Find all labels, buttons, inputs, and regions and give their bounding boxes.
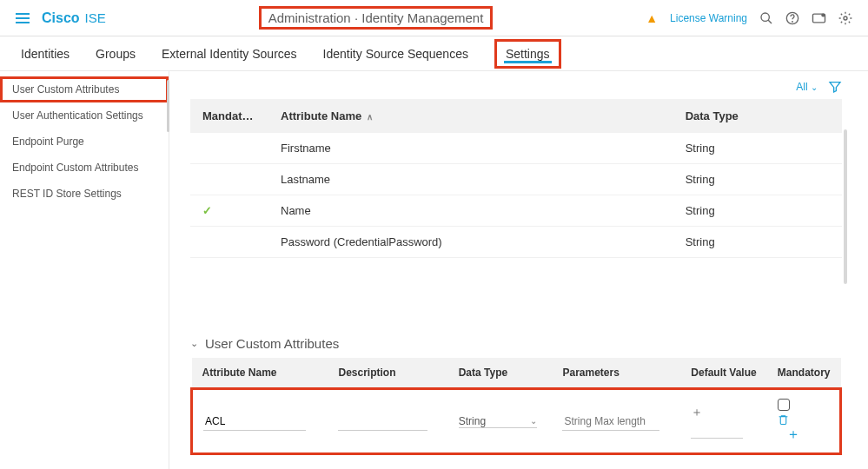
attr-name-cell: Password (CredentialPassword) <box>268 227 673 258</box>
attr-type-cell: String <box>673 133 842 164</box>
chevron-down-icon: ⌄ <box>190 338 198 349</box>
svg-point-3 <box>792 21 793 22</box>
attr-name-cell: Name <box>268 195 673 227</box>
tab-identities[interactable]: Identities <box>21 38 70 69</box>
attribute-name-input[interactable] <box>203 413 306 431</box>
plus-icon[interactable]: ＋ <box>691 405 703 419</box>
attr-name-cell: Lastname <box>268 164 673 195</box>
tab-settings[interactable]: Settings <box>494 39 561 69</box>
warning-icon: ▲ <box>646 11 658 25</box>
col-default-value: Default Value <box>680 358 766 389</box>
section-title: User Custom Attributes <box>205 336 339 351</box>
tab-groups[interactable]: Groups <box>96 38 136 69</box>
add-row-icon[interactable]: ＋ <box>786 426 800 441</box>
col-data-type: Data Type <box>448 358 553 389</box>
description-input[interactable] <box>338 413 427 431</box>
default-value-input[interactable] <box>691 420 743 439</box>
col-mandatory: Mandatory <box>767 358 841 389</box>
col-attr-name-label: Attribute Name <box>281 109 361 122</box>
attr-type-cell: String <box>673 164 842 195</box>
parameters-input[interactable] <box>562 413 659 431</box>
sidebar-item-user-custom-attributes[interactable]: User Custom Attributes <box>0 76 169 102</box>
search-icon[interactable] <box>759 11 773 25</box>
sidebar-item-endpoint-purge[interactable]: Endpoint Purge <box>0 129 169 155</box>
svg-point-6 <box>844 17 847 20</box>
table-row[interactable]: Firstname String <box>190 133 842 164</box>
tab-identity-source-sequences[interactable]: Identity Source Sequences <box>323 38 468 69</box>
table-row[interactable]: Password (CredentialPassword) String <box>190 227 842 258</box>
svg-point-5 <box>821 13 825 17</box>
filter-label: All <box>796 81 807 93</box>
col-mandatory[interactable]: Mandat… <box>190 99 268 133</box>
product-name: ISE <box>85 10 106 25</box>
predefined-attributes-table: Mandat… Attribute Name∧ Data Type Firstn… <box>190 99 842 258</box>
filter-dropdown[interactable]: All ⌄ <box>796 81 818 93</box>
col-parameters: Parameters <box>552 358 680 389</box>
menu-icon[interactable] <box>16 13 30 23</box>
custom-attribute-row: String ⌄ ＋ ＋ <box>192 389 841 454</box>
mandatory-checkbox[interactable] <box>778 399 790 411</box>
main-tabs: Identities Groups External Identity Sour… <box>0 36 868 71</box>
svg-point-0 <box>761 13 769 21</box>
filter-icon[interactable] <box>828 80 842 94</box>
table-row[interactable]: Lastname String <box>190 164 842 195</box>
custom-attributes-table: Attribute Name Description Data Type Par… <box>190 358 842 455</box>
check-icon: ✓ <box>202 204 212 217</box>
col-attribute-name: Attribute Name <box>192 358 328 389</box>
sidebar-item-rest-id-store-settings[interactable]: REST ID Store Settings <box>0 181 169 207</box>
trash-icon[interactable] <box>778 413 829 426</box>
notifications-icon[interactable] <box>812 12 826 24</box>
section-toggle[interactable]: ⌄ User Custom Attributes <box>190 336 842 351</box>
brand-name: Cisco <box>42 10 80 26</box>
tab-external-identity-sources[interactable]: External Identity Sources <box>162 38 297 69</box>
sidebar: User Custom Attributes User Authenticati… <box>0 71 169 469</box>
license-warning-link[interactable]: License Warning <box>670 12 747 24</box>
table-row[interactable]: ✓ Name String <box>190 195 842 227</box>
sidebar-item-endpoint-custom-attributes[interactable]: Endpoint Custom Attributes <box>0 155 169 181</box>
chevron-down-icon: ⌄ <box>811 83 818 92</box>
col-data-type[interactable]: Data Type <box>673 99 842 133</box>
gear-icon[interactable] <box>838 11 852 25</box>
sort-asc-icon: ∧ <box>367 112 373 122</box>
chevron-down-icon: ⌄ <box>530 416 537 426</box>
breadcrumb: Administration · Identity Management <box>259 6 494 30</box>
data-type-value: String <box>459 415 486 427</box>
sidebar-item-user-authentication-settings[interactable]: User Authentication Settings <box>0 102 169 129</box>
col-description: Description <box>328 358 447 389</box>
data-type-select[interactable]: String ⌄ <box>459 415 537 428</box>
attr-name-cell: Firstname <box>268 133 673 164</box>
col-attribute-name[interactable]: Attribute Name∧ <box>268 99 673 133</box>
svg-line-1 <box>768 20 772 23</box>
attr-type-cell: String <box>673 195 842 227</box>
help-icon[interactable] <box>785 11 799 25</box>
attr-type-cell: String <box>673 227 842 258</box>
